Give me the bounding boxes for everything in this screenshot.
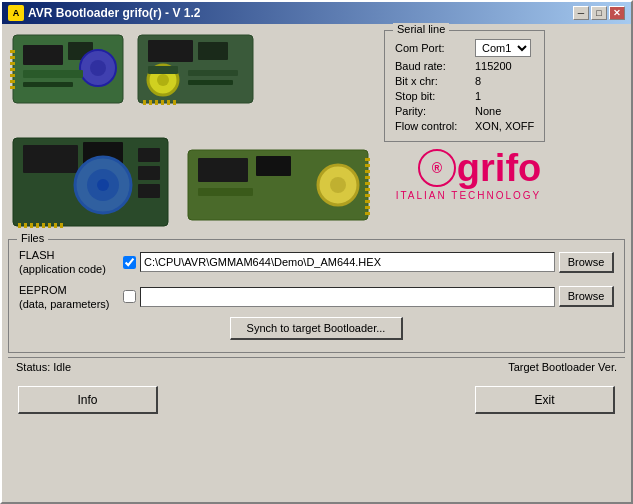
flash-label-1: FLASH — [19, 248, 119, 262]
main-content: Serial line Com Port: Com1 Com2 Com3 Bau… — [2, 24, 631, 502]
status-bar: Status: Idle Target Bootloader Ver. — [8, 357, 625, 376]
flowctrl-label: Flow control: — [395, 120, 475, 132]
serial-group: Serial line Com Port: Com1 Com2 Com3 Bau… — [384, 30, 545, 142]
eeprom-label-1: EEPROM — [19, 283, 119, 297]
flash-label-2: (application code) — [19, 262, 119, 276]
serial-comport: Com Port: Com1 Com2 Com3 — [395, 39, 534, 57]
bitxchr-label: Bit x chr: — [395, 75, 475, 87]
bitxchr-value: 8 — [475, 75, 481, 87]
stopbit-value: 1 — [475, 90, 481, 102]
minimize-button[interactable]: ─ — [573, 6, 589, 20]
pcb-images — [8, 30, 378, 235]
tagline: ITALIAN TECHNOLOGY — [396, 190, 542, 201]
svg-rect-58 — [365, 200, 370, 203]
svg-rect-41 — [42, 223, 45, 228]
eeprom-label-2: (data, parameters) — [19, 297, 119, 311]
svg-rect-36 — [138, 184, 160, 198]
flash-browse-button[interactable]: Browse — [559, 252, 614, 273]
info-button[interactable]: Info — [18, 386, 158, 414]
eeprom-browse-button[interactable]: Browse — [559, 286, 614, 307]
svg-rect-37 — [18, 223, 21, 228]
bottom-bar: Info Exit — [8, 380, 625, 420]
flash-path-input[interactable] — [140, 252, 555, 272]
svg-rect-50 — [198, 188, 253, 196]
svg-rect-6 — [23, 82, 73, 87]
maximize-button[interactable]: □ — [591, 6, 607, 20]
images-area — [8, 30, 378, 235]
main-window: A AVR Bootloader grifo(r) - V 1.2 ─ □ ✕ — [0, 0, 633, 504]
exit-button[interactable]: Exit — [475, 386, 615, 414]
parity-value: None — [475, 105, 501, 117]
comport-select[interactable]: Com1 Com2 Com3 — [475, 39, 531, 57]
baudrate-value: 115200 — [475, 60, 512, 72]
eeprom-checkbox[interactable] — [123, 290, 136, 303]
svg-text:®: ® — [432, 160, 443, 176]
svg-rect-12 — [10, 80, 15, 83]
svg-rect-5 — [23, 70, 83, 78]
logo-circle-icon: ® — [417, 148, 457, 188]
svg-rect-60 — [365, 212, 370, 215]
svg-rect-10 — [10, 68, 15, 71]
serial-parity: Parity: None — [395, 105, 534, 117]
svg-rect-53 — [365, 170, 370, 173]
svg-rect-34 — [138, 148, 160, 162]
flowctrl-value: XON, XOFF — [475, 120, 534, 132]
stopbit-label: Stop bit: — [395, 90, 475, 102]
svg-rect-19 — [188, 70, 238, 76]
svg-rect-43 — [54, 223, 57, 228]
brand-name: grifo — [457, 149, 541, 187]
svg-rect-25 — [161, 100, 164, 105]
title-bar-left: A AVR Bootloader grifo(r) - V 1.2 — [8, 5, 200, 21]
svg-point-49 — [330, 177, 346, 193]
synch-button[interactable]: Synch to target Bootloader... — [230, 317, 404, 340]
svg-point-4 — [90, 60, 106, 76]
svg-rect-54 — [365, 176, 370, 179]
title-bar: A AVR Bootloader grifo(r) - V 1.2 ─ □ ✕ — [2, 2, 631, 24]
svg-rect-38 — [24, 223, 27, 228]
svg-rect-20 — [188, 80, 233, 85]
logo-area: ® grifo ITALIAN TECHNOLOGY — [384, 148, 545, 201]
title-buttons: ─ □ ✕ — [573, 6, 625, 20]
svg-rect-51 — [365, 158, 370, 161]
svg-rect-55 — [365, 182, 370, 185]
svg-point-18 — [157, 74, 169, 86]
window-title: AVR Bootloader grifo(r) - V 1.2 — [28, 6, 200, 20]
flash-checkbox[interactable] — [123, 256, 136, 269]
svg-rect-29 — [23, 145, 78, 173]
serial-flowctrl: Flow control: XON, XOFF — [395, 120, 534, 132]
svg-point-33 — [97, 179, 109, 191]
eeprom-row: EEPROM (data, parameters) Browse — [19, 283, 614, 312]
svg-rect-42 — [48, 223, 51, 228]
svg-rect-7 — [10, 50, 15, 53]
files-group: Files FLASH (application code) Browse EE… — [8, 239, 625, 353]
flash-label: FLASH (application code) — [19, 248, 119, 277]
svg-rect-39 — [30, 223, 33, 228]
svg-rect-1 — [23, 45, 63, 65]
svg-rect-44 — [60, 223, 63, 228]
svg-rect-57 — [365, 194, 370, 197]
flash-row: FLASH (application code) Browse — [19, 248, 614, 277]
baudrate-label: Baud rate: — [395, 60, 475, 72]
eeprom-path-input[interactable] — [140, 287, 555, 307]
serial-baudrate: Baud rate: 115200 — [395, 60, 534, 72]
svg-rect-23 — [149, 100, 152, 105]
serial-legend: Serial line — [393, 23, 449, 35]
svg-rect-22 — [143, 100, 146, 105]
serial-stopbit: Stop bit: 1 — [395, 90, 534, 102]
svg-rect-24 — [155, 100, 158, 105]
svg-rect-8 — [10, 56, 15, 59]
target-text: Target Bootloader Ver. — [508, 361, 617, 373]
svg-rect-13 — [10, 86, 15, 89]
comport-label: Com Port: — [395, 42, 475, 54]
svg-rect-47 — [256, 156, 291, 176]
svg-rect-59 — [365, 206, 370, 209]
top-section: Serial line Com Port: Com1 Com2 Com3 Bau… — [8, 30, 625, 235]
svg-rect-11 — [10, 74, 15, 77]
svg-rect-26 — [167, 100, 170, 105]
svg-rect-16 — [198, 42, 228, 60]
close-button[interactable]: ✕ — [609, 6, 625, 20]
status-text: Status: Idle — [16, 361, 71, 373]
app-icon: A — [8, 5, 24, 21]
svg-rect-21 — [148, 66, 178, 74]
right-panel: Serial line Com Port: Com1 Com2 Com3 Bau… — [384, 30, 545, 235]
